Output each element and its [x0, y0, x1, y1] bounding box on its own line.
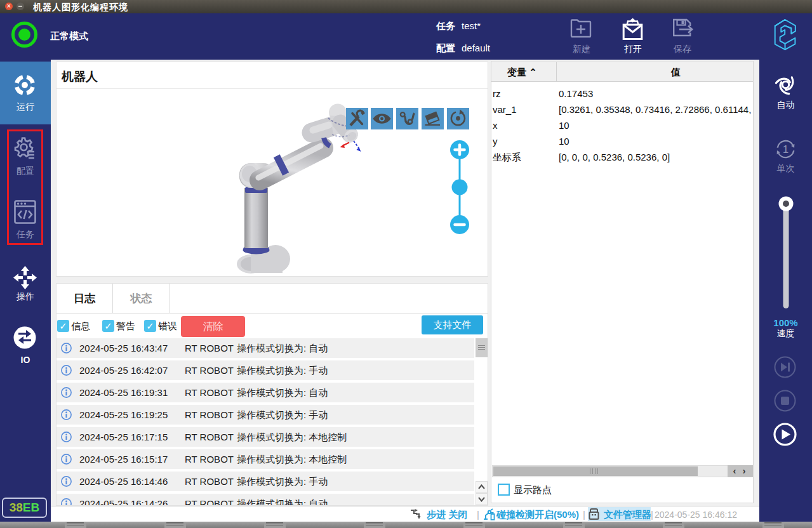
svg-text:1: 1: [783, 143, 789, 155]
